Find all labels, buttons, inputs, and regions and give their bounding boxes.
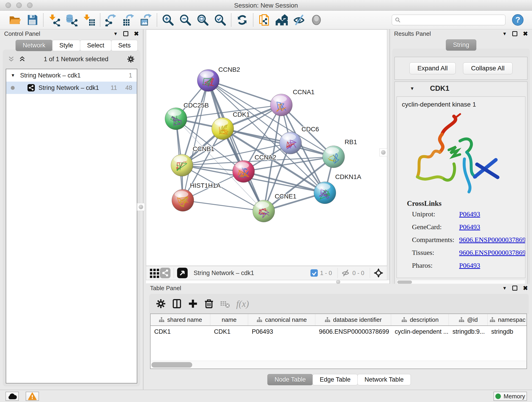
import-table-button[interactable] xyxy=(82,13,96,27)
tab-network-table[interactable]: Network Table xyxy=(357,374,411,385)
expand-all-button[interactable]: Expand All xyxy=(409,62,456,74)
open-session-button[interactable] xyxy=(8,13,22,27)
crosslink-row: Tissues:9606.ENSP00000378699 xyxy=(397,246,525,259)
refresh-icon xyxy=(236,13,249,26)
table-cell[interactable]: stringdb xyxy=(488,326,527,338)
gear-icon[interactable] xyxy=(127,55,135,64)
add-column-button[interactable] xyxy=(185,297,201,311)
column-network-icon xyxy=(401,317,407,323)
results-panel-close-icon[interactable]: ✖ xyxy=(523,30,528,37)
column-header-namespac[interactable]: namespac xyxy=(488,314,527,325)
tab-sets[interactable]: Sets xyxy=(111,40,138,51)
control-panel-title: Control Panel xyxy=(4,30,40,37)
tab-select[interactable]: Select xyxy=(80,40,111,51)
export-network-button[interactable] xyxy=(104,13,118,27)
control-panel-menu-icon[interactable]: ▼ xyxy=(113,31,118,36)
tab-style[interactable]: Style xyxy=(52,40,80,51)
table-panel-close-icon[interactable]: ✖ xyxy=(523,285,528,292)
zoom-in-button[interactable] xyxy=(161,13,175,27)
expand-all-icon[interactable] xyxy=(19,56,26,63)
results-panel-menu-icon[interactable]: ▼ xyxy=(502,31,507,36)
table-settings-button[interactable] xyxy=(153,297,169,311)
crosslink-link[interactable]: P06493 xyxy=(459,220,480,233)
crosslink-row: GeneCard:P06493 xyxy=(397,220,525,233)
left-splitter-handle[interactable] xyxy=(137,203,145,211)
export-image-button[interactable] xyxy=(139,13,153,27)
tab-network[interactable]: Network xyxy=(16,40,52,51)
zoom-fit-button[interactable] xyxy=(196,13,210,27)
birds-eye-view-button[interactable] xyxy=(177,268,188,278)
delete-column-button[interactable] xyxy=(201,297,217,311)
table-cell[interactable]: stringdb:9... xyxy=(449,326,488,338)
home-button[interactable] xyxy=(274,13,289,27)
network-graph[interactable]: CCNB2CCNA1CDC25BCDK1CDC6RB1CCNB1CCNA2CDK… xyxy=(146,30,387,266)
node-label: CCNB1 xyxy=(193,145,215,153)
column-header-database-identifier[interactable]: database identifier xyxy=(315,314,391,325)
table-cell[interactable]: 9606.ENSP00000378699 xyxy=(315,326,391,338)
column-header-shared-name[interactable]: shared name xyxy=(151,314,210,325)
export-table-button[interactable] xyxy=(121,13,136,27)
tree-expand-icon[interactable]: ▼ xyxy=(11,73,15,78)
control-panel-close-icon[interactable]: ✖ xyxy=(134,30,139,37)
node-table[interactable]: shared namenamecanonical namedatabase id… xyxy=(150,313,527,369)
hide-panels-button[interactable] xyxy=(292,13,306,27)
network-collection-row[interactable]: ▼ String Network – cdk1 1 xyxy=(6,69,137,82)
control-panel-float-icon[interactable] xyxy=(123,31,128,36)
grid-view-button[interactable] xyxy=(149,268,160,278)
network-view-dot-icon xyxy=(11,86,15,90)
column-network-icon xyxy=(158,317,165,323)
collapse-all-button[interactable]: Collapse All xyxy=(463,62,513,74)
column-header-name[interactable]: name xyxy=(210,314,248,325)
refresh-button[interactable] xyxy=(235,13,249,27)
show-panel-button[interactable] xyxy=(309,13,323,27)
column-header-description[interactable]: description xyxy=(391,314,449,325)
results-panel-float-icon[interactable] xyxy=(512,31,517,36)
table-panel-float-icon[interactable] xyxy=(512,286,517,291)
zoom-out-button[interactable] xyxy=(178,13,192,27)
column-header-canonical-name[interactable]: canonical name xyxy=(248,314,315,325)
cytoscape-window: Session: New Session xyxy=(0,0,532,402)
network-row-selected[interactable]: String Network – cdk1 1148 xyxy=(6,82,137,94)
column-network-icon xyxy=(324,317,330,323)
gene-collapse-icon[interactable]: ▼ xyxy=(410,86,414,91)
crosslink-link[interactable]: P06493 xyxy=(459,259,480,272)
collapse-all-icon[interactable] xyxy=(8,56,15,63)
column-header--id[interactable]: @id xyxy=(449,314,488,325)
eye-icon xyxy=(310,13,323,26)
crosslink-label: Compartments: xyxy=(397,233,459,246)
tab-string[interactable]: String xyxy=(446,39,476,51)
crosslink-link[interactable]: P06493 xyxy=(459,208,480,220)
import-network-button[interactable] xyxy=(47,13,61,27)
crosslink-link[interactable]: 9606.ENSP00000378699 xyxy=(459,246,525,259)
zoom-fit-icon xyxy=(196,13,209,26)
show-columns-button[interactable] xyxy=(169,297,185,311)
table-panel-menu-icon[interactable]: ▼ xyxy=(502,286,507,291)
search-box[interactable] xyxy=(392,15,505,25)
gene-card: ▼ CDK1 cyclin-dependent kinase 1 xyxy=(394,82,527,286)
table-cell[interactable]: CDK1 xyxy=(210,326,248,338)
zoom-selected-button[interactable] xyxy=(213,13,227,27)
crosslink-label: Pharos: xyxy=(397,259,459,272)
table-cell[interactable]: cyclin-dependent ... xyxy=(391,326,449,338)
tab-node-table[interactable]: Node Table xyxy=(267,374,313,385)
fit-content-button[interactable] xyxy=(373,268,384,278)
memory-button[interactable]: Memory xyxy=(494,392,527,401)
table-hscrollbar[interactable] xyxy=(151,361,526,369)
network-canvas[interactable]: CCNB2CCNA1CDC25BCDK1CDC6RB1CCNB1CCNA2CDK… xyxy=(146,29,387,266)
crosslink-link[interactable]: 9606.ENSP00000378699 xyxy=(459,233,525,246)
tab-edge-table[interactable]: Edge Table xyxy=(312,374,358,385)
table-cell[interactable]: CDK1 xyxy=(151,326,210,338)
network-collection-label: String Network – cdk1 xyxy=(20,72,81,79)
warnings-button[interactable] xyxy=(26,392,39,401)
help-button[interactable]: ? xyxy=(511,13,524,26)
cloud-button[interactable] xyxy=(6,392,19,401)
import-network-from-database-button[interactable] xyxy=(65,13,79,27)
table-cell[interactable]: P06493 xyxy=(248,326,315,338)
search-input[interactable] xyxy=(403,15,502,25)
right-splitter-handle[interactable] xyxy=(380,148,387,156)
share-session-button[interactable] xyxy=(257,13,271,27)
save-session-button[interactable] xyxy=(25,13,39,27)
network-badge-button[interactable] xyxy=(160,268,171,278)
selected-checkbox-icon[interactable] xyxy=(310,269,318,277)
table-row[interactable]: CDK1CDK1P064939606.ENSP00000378699cyclin… xyxy=(151,326,526,338)
